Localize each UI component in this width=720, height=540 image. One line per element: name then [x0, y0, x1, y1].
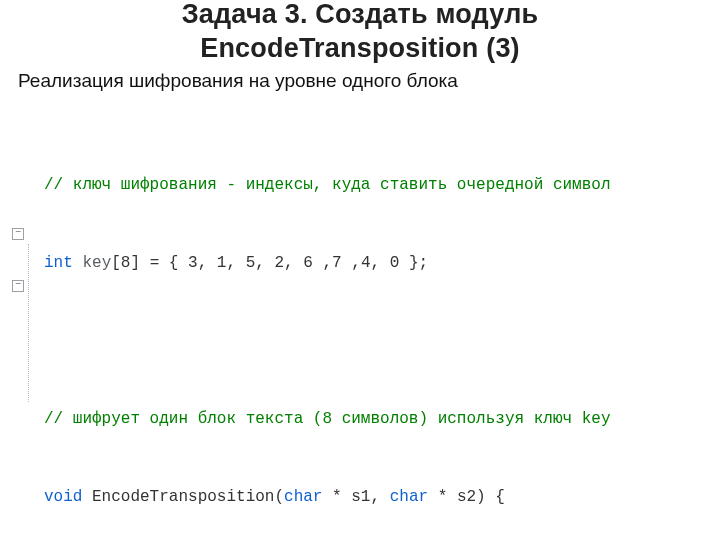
- code-text: * s1,: [322, 488, 389, 506]
- code-line: int key[8] = { 3, 1, 5, 2, 6 ,7 ,4, 0 };: [44, 250, 720, 276]
- keyword-void: void: [44, 488, 82, 506]
- code-line-blank: [44, 328, 720, 354]
- comment: // ключ шифрования - индексы, куда стави…: [44, 176, 611, 194]
- slide-subtitle: Реализация шифрования на уровне одного б…: [18, 70, 720, 92]
- title-line-1: Задача 3. Создать модуль: [182, 0, 539, 29]
- slide-title: Задача 3. Создать модуль EncodeTransposi…: [0, 0, 720, 66]
- keyword-char: char: [284, 488, 322, 506]
- code-gutter: − −: [0, 120, 30, 541]
- keyword-int: int: [44, 254, 73, 272]
- code-text: [8] = { 3, 1, 5, 2, 6 ,7 ,4, 0 };: [111, 254, 428, 272]
- fold-marker-icon[interactable]: −: [12, 228, 24, 240]
- code-text: * s2) {: [428, 488, 505, 506]
- title-line-2: EncodeTransposition (3): [200, 33, 520, 63]
- code-block: − − // ключ шифрования - индексы, куда с…: [0, 120, 720, 541]
- fold-guide-line: [28, 244, 29, 402]
- keyword-char: char: [390, 488, 428, 506]
- code-text: EncodeTransposition(: [82, 488, 284, 506]
- code-line: // шифрует один блок текста (8 символов)…: [44, 406, 720, 432]
- code-line: // ключ шифрования - индексы, куда стави…: [44, 172, 720, 198]
- comment: // шифрует один блок текста (8 символов)…: [44, 410, 611, 428]
- fold-marker-icon[interactable]: −: [12, 280, 24, 292]
- code-content: // ключ шифрования - индексы, куда стави…: [0, 120, 720, 541]
- identifier: key: [82, 254, 111, 272]
- code-line: void EncodeTransposition(char * s1, char…: [44, 484, 720, 510]
